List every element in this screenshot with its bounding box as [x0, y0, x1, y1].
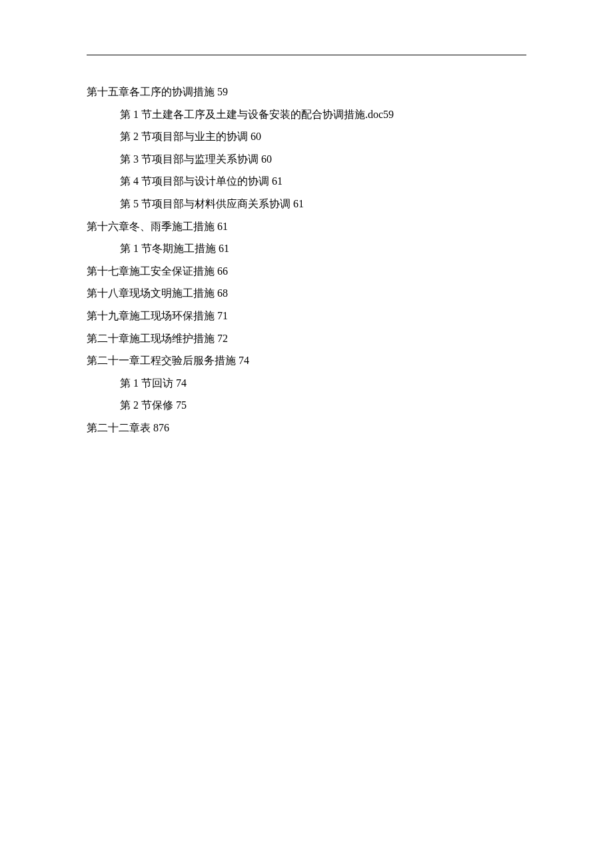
- toc-entry: 第十六章冬、雨季施工措施 61: [87, 215, 526, 238]
- toc-entry: 第 2 节保修 75: [120, 394, 526, 417]
- header-rule: [87, 55, 526, 55]
- toc-entry: 第二十二章表 876: [87, 417, 526, 439]
- toc-entry: 第 5 节项目部与材料供应商关系协调 61: [120, 193, 526, 215]
- toc-entry: 第 3 节项目部与监理关系协调 60: [120, 148, 526, 171]
- toc-entry: 第十七章施工安全保证措施 66: [87, 260, 526, 283]
- toc-entry: 第二十章施工现场维护措施 72: [87, 327, 526, 350]
- toc-entry: 第 1 节回访 74: [120, 372, 526, 395]
- toc-entry: 第 4 节项目部与设计单位的协调 61: [120, 170, 526, 193]
- toc-entry: 第 2 节项目部与业主的协调 60: [120, 125, 526, 148]
- toc-entry: 第十九章施工现场环保措施 71: [87, 305, 526, 327]
- toc-entry: 第二十一章工程交验后服务措施 74: [87, 349, 526, 372]
- toc-entry: 第十八章现场文明施工措施 68: [87, 282, 526, 305]
- toc-entry: 第十五章各工序的协调措施 59: [87, 81, 526, 103]
- toc-entry: 第 1 节冬期施工措施 61: [120, 237, 526, 260]
- toc-entry: 第 1 节土建各工序及土建与设备安装的配合协调措施.doc59: [120, 103, 526, 126]
- page-container: 第十五章各工序的协调措施 59 第 1 节土建各工序及土建与设备安装的配合协调措…: [0, 0, 613, 439]
